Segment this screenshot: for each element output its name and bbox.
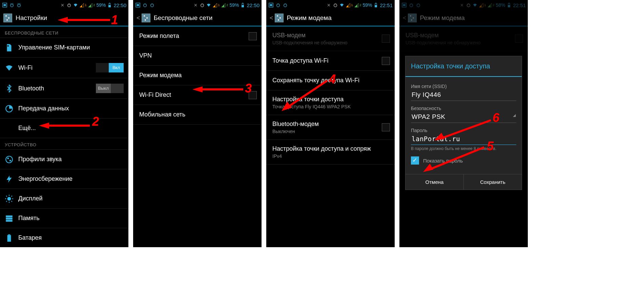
item-wifi[interactable]: Wi-Fi Вкл <box>0 58 128 78</box>
svg-point-52 <box>334 4 337 7</box>
item-battery[interactable]: Батарея <box>0 228 128 247</box>
item-bluetooth[interactable]: Bluetooth Выкл <box>0 78 128 99</box>
svg-rect-29 <box>6 215 13 217</box>
header-title: Настройки <box>16 14 47 22</box>
signal-1-icon <box>212 3 217 8</box>
battery-pct: 59% <box>96 2 106 8</box>
svg-line-9 <box>20 3 20 4</box>
app-header[interactable]: < Режим модема <box>266 10 395 26</box>
item-power-saving[interactable]: Энергосбережение <box>0 169 128 189</box>
item-label: USB-модем <box>272 32 382 39</box>
item-sim-management[interactable]: Управление SIM-картами <box>0 38 128 58</box>
item-label: VPN <box>139 52 152 59</box>
settings-app-icon <box>142 14 150 22</box>
svg-line-26 <box>12 201 12 201</box>
alarm-icon-2 <box>149 3 154 8</box>
status-bar: ✕ 1 2 59% 22:50 <box>0 0 128 10</box>
item-tethering[interactable]: Режим модема <box>133 66 262 85</box>
arrow-2 <box>39 122 90 129</box>
svg-rect-31 <box>6 220 13 221</box>
battery-icon <box>5 234 14 242</box>
wifi-toggle[interactable]: Вкл <box>96 63 124 72</box>
settings-app-icon <box>275 14 284 22</box>
item-mobile-network[interactable]: Мобильная сеть <box>133 105 262 125</box>
spinner-icon: ◢ <box>513 113 516 117</box>
svg-rect-39 <box>137 4 139 6</box>
svg-rect-32 <box>7 235 11 242</box>
save-button[interactable]: Сохранить <box>464 174 522 190</box>
bt-toggle[interactable]: Выкл <box>96 84 124 93</box>
alarm-icon-1 <box>142 3 147 8</box>
status-bar: ✕ 1 2 59% 22:50 <box>133 0 262 10</box>
signal-1-icon <box>79 3 84 8</box>
svg-line-5 <box>13 3 13 4</box>
notif-icon <box>2 3 7 8</box>
phone-screen-3: ✕ 1 2 59% 22:51 < Режим модема USB-модем… <box>266 0 395 247</box>
airplane-checkbox[interactable] <box>249 32 257 40</box>
show-password-checkbox[interactable] <box>411 156 419 165</box>
time: 22:51 <box>380 2 393 8</box>
wifi-icon <box>206 3 211 8</box>
svg-marker-57 <box>282 102 292 111</box>
item-airplane[interactable]: Режим полета <box>133 26 262 46</box>
svg-point-40 <box>143 4 146 7</box>
item-bt-modem[interactable]: Bluetooth-модем Выключен <box>266 115 395 140</box>
item-label: Режим полета <box>139 33 179 39</box>
item-vpn[interactable]: VPN <box>133 46 262 66</box>
btmodem-checkbox[interactable] <box>382 123 390 131</box>
item-sublabel: Выключен <box>272 129 382 134</box>
alarm-icon-2 <box>283 3 288 8</box>
hotspot-checkbox[interactable] <box>382 57 390 65</box>
svg-rect-55 <box>375 4 377 5</box>
app-header[interactable]: < Беспроводные сети <box>133 10 262 26</box>
signal-2-icon <box>221 3 226 8</box>
svg-marker-37 <box>39 123 49 129</box>
svg-marker-47 <box>192 86 203 92</box>
item-label: Мобильная сеть <box>139 111 185 118</box>
item-label: Wi-Fi <box>18 64 33 71</box>
svg-rect-14 <box>109 4 111 5</box>
svg-line-25 <box>6 196 7 196</box>
battery-icon <box>107 3 112 8</box>
item-label: Дисплей <box>18 195 43 202</box>
item-data-usage[interactable]: Передача данных <box>0 99 128 119</box>
item-storage[interactable]: Память <box>0 209 128 228</box>
annotation-5: 5 <box>487 139 494 153</box>
svg-rect-30 <box>6 217 13 219</box>
item-label: Настройка точки доступа и сопряж <box>272 145 390 152</box>
item-sound-profiles[interactable]: Профили звука <box>0 150 128 169</box>
time: 22:50 <box>113 2 126 8</box>
svg-point-50 <box>276 4 279 7</box>
phone-screen-2: ✕ 1 2 59% 22:50 < Беспроводные сети Режи… <box>133 0 262 247</box>
item-display[interactable]: Дисплей <box>0 189 128 209</box>
svg-point-51 <box>284 4 287 7</box>
back-icon: < <box>137 15 140 22</box>
battery-pct: 59% <box>229 2 239 8</box>
battery-icon <box>240 3 245 8</box>
phone-screen-4: ✕ 1 2 58% 22:51 < Режим модема USB-модем… <box>399 0 528 247</box>
item-pairing-setup[interactable]: Настройка точки доступа и сопряж IPv4 <box>266 140 395 165</box>
section-wireless: БЕСПРОВОДНЫЕ СЕТИ <box>0 26 128 38</box>
item-sublabel: IPv4 <box>272 153 390 159</box>
item-sublabel: USB-подключения не обнаружено <box>272 40 382 45</box>
item-label: Управление SIM-картами <box>18 44 90 51</box>
item-usb-modem: USB-модем USB-подключения не обнаружено <box>266 26 395 51</box>
alarm-icon-2 <box>16 3 21 8</box>
item-label: Режим модема <box>139 72 182 79</box>
annotation-4: 4 <box>329 72 336 86</box>
svg-rect-18 <box>7 157 9 159</box>
item-label: Энергосбережение <box>18 175 72 183</box>
alarm-icon <box>333 3 338 8</box>
dialog-title: Настройка точки доступа <box>406 56 522 77</box>
vibrate-icon: ✕ <box>60 3 65 8</box>
ssid-input[interactable]: Fly IQ446 <box>411 89 516 101</box>
wifi-icon <box>5 63 14 72</box>
item-label: Точка доступа Wi-Fi <box>272 57 329 64</box>
svg-marker-67 <box>434 133 445 141</box>
item-wifi-hotspot[interactable]: Точка доступа Wi-Fi <box>266 51 395 71</box>
svg-rect-33 <box>8 234 11 235</box>
battery-icon <box>373 3 378 8</box>
svg-line-56 <box>288 81 327 107</box>
svg-line-4 <box>10 3 11 4</box>
cancel-button[interactable]: Отмена <box>406 174 464 190</box>
